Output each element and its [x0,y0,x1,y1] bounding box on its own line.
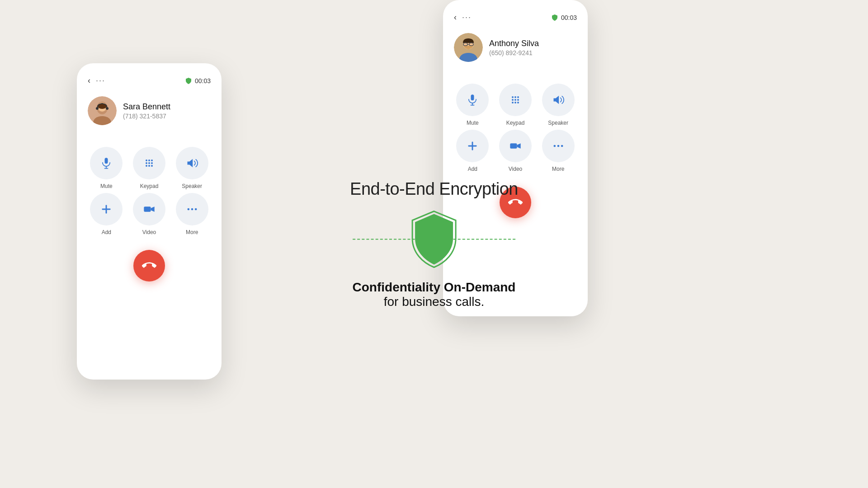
video-label-right: Video [509,166,522,172]
svg-point-51 [557,145,559,147]
svg-point-13 [146,162,147,164]
keypad-button-right: Keypad [497,84,534,126]
keypad-button-left: Keypad [131,147,168,189]
video-button-left: Video [131,193,168,235]
svg-point-36 [512,96,514,98]
avatar-image-right [454,33,483,62]
microphone-icon-right [466,94,479,106]
svg-point-39 [512,99,514,101]
speaker-button-left: Speaker [173,147,211,189]
contact-phone-left: (718) 321-5837 [123,113,170,120]
call-timer-left: 00:03 [195,77,211,84]
more-icon-right [552,140,565,152]
shield-icon-right [551,14,558,21]
shield-container [353,208,515,271]
phone-right-header: ‹ ··· 00:03 [454,13,577,22]
back-button-left[interactable]: ‹ [88,76,90,85]
svg-point-6 [106,107,108,110]
svg-point-37 [514,96,516,98]
more-options-left[interactable]: ··· [96,76,105,85]
microphone-icon-left [100,157,113,169]
back-button-right[interactable]: ‹ [454,13,457,22]
timer-section-left: 00:03 [185,77,211,84]
more-label-left: More [186,229,198,235]
avatar-right [454,33,483,62]
contact-info-right: Anthony Silva (650) 892-9241 [489,39,539,56]
add-icon-right [466,140,479,152]
speaker-label-right: Speaker [548,120,568,126]
svg-point-43 [514,102,516,103]
svg-marker-19 [187,159,193,168]
shield-icon-left [185,77,192,84]
svg-point-17 [148,165,150,167]
confidentiality-bold: Confidentiality On-Demand [353,280,516,295]
end-call-container-left [88,250,211,282]
svg-marker-23 [151,206,154,212]
speaker-label-left: Speaker [182,183,202,189]
svg-marker-49 [517,143,520,149]
more-button-right: More [539,130,577,172]
svg-point-10 [146,160,147,161]
svg-rect-7 [105,158,108,164]
call-buttons-left: Mute Keypad [88,147,211,235]
svg-point-24 [187,208,189,211]
avatar-image-left [88,96,117,125]
speaker-icon-left [186,157,198,169]
end-call-button-left[interactable] [133,250,165,282]
svg-rect-33 [471,94,474,100]
svg-point-16 [146,165,147,167]
svg-point-25 [191,208,193,211]
confidentiality-text: Confidentiality On-Demand for business c… [353,280,516,309]
svg-point-40 [514,99,516,101]
svg-point-18 [151,165,153,167]
more-label-right: More [552,166,564,172]
svg-point-44 [517,102,519,103]
mute-label-right: Mute [467,120,479,126]
contact-section-left: Sara Bennett (718) 321-5837 [88,96,211,125]
add-label-right: Add [468,166,477,172]
svg-point-42 [512,102,514,103]
svg-point-50 [553,145,556,147]
add-button-right: Add [454,130,491,172]
mute-button-left: Mute [88,147,125,189]
add-label-left: Add [102,229,111,235]
keypad-icon-left [144,158,155,169]
speaker-icon-right [552,94,565,106]
phone-left-header: ‹ ··· 00:03 [88,76,211,85]
video-button-right: Video [497,130,534,172]
svg-rect-22 [144,206,151,212]
call-timer-right: 00:03 [561,14,577,21]
svg-point-52 [561,145,563,147]
svg-point-38 [517,96,519,98]
contact-section-right: Anthony Silva (650) 892-9241 [454,33,577,62]
svg-marker-45 [553,96,559,104]
mute-button-right: Mute [454,84,491,126]
svg-point-41 [517,99,519,101]
call-buttons-right: Mute Keypad [454,84,577,172]
mute-label-left: Mute [100,183,113,189]
contact-name-right: Anthony Silva [489,39,539,48]
add-button-left: Add [88,193,125,235]
svg-point-14 [148,162,150,164]
add-icon-left [100,203,113,216]
speaker-button-right: Speaker [539,84,577,126]
keypad-label-left: Keypad [140,183,159,189]
more-options-right[interactable]: ··· [462,13,472,22]
contact-phone-right: (650) 892-9241 [489,49,539,56]
confidentiality-normal: for business calls. [353,295,516,309]
timer-section-right: 00:03 [551,14,577,21]
svg-point-5 [96,107,99,110]
more-button-left: More [173,193,211,235]
contact-name-left: Sara Bennett [123,102,170,112]
video-icon-right [509,140,522,152]
avatar-left [88,96,117,125]
video-label-left: Video [142,229,156,235]
svg-point-26 [194,208,197,211]
phone-left: ‹ ··· 00:03 S [77,63,222,380]
center-section: End-to-End Encryption Confidentiality On… [350,179,518,309]
svg-point-11 [148,160,150,161]
end-call-icon-left [142,258,156,273]
svg-point-12 [151,160,153,161]
video-icon-left [143,203,156,216]
svg-rect-48 [510,143,517,149]
